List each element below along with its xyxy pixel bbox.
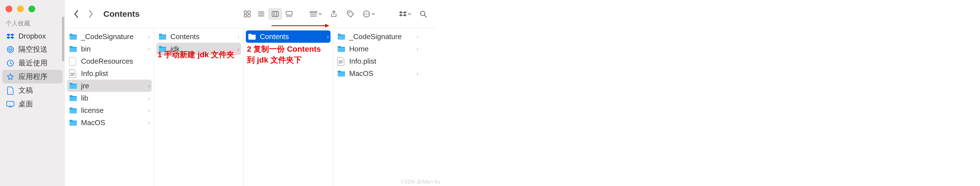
view-mode-group <box>240 8 296 20</box>
file-row[interactable]: jre› <box>67 79 152 92</box>
minimize-button[interactable] <box>17 6 24 12</box>
grid-icon <box>243 10 251 18</box>
chevron-right-icon: › <box>237 33 239 40</box>
gallery-view-button[interactable] <box>282 8 296 20</box>
file-name: license <box>81 106 148 115</box>
file-name: _CodeSignature <box>349 32 417 41</box>
annotation-arrow <box>272 22 333 30</box>
sidebar-item-doc[interactable]: 文稿 <box>2 84 62 97</box>
sidebar-scrollbar[interactable] <box>62 17 64 62</box>
column-2: Contents›2 复制一份 Contents 到 jdk 文件夹下 <box>243 28 333 186</box>
file-row[interactable]: Info.plist <box>65 67 154 79</box>
chevron-right-icon: › <box>148 33 150 40</box>
svg-rect-32 <box>70 73 75 73</box>
dropbox-toolbar-button[interactable] <box>397 8 414 20</box>
file-name: bin <box>81 45 148 53</box>
sidebar: 个人收藏 Dropbox隔空投送最近使用应用程序文稿桌面 <box>0 0 65 186</box>
svg-point-2 <box>10 49 11 50</box>
file-row[interactable]: license› <box>65 104 154 116</box>
svg-rect-21 <box>313 11 314 13</box>
tag-button[interactable] <box>344 8 358 20</box>
svg-point-25 <box>348 12 350 13</box>
sidebar-item-dropbox[interactable]: Dropbox <box>2 30 62 43</box>
svg-point-27 <box>364 13 365 14</box>
more-icon <box>363 10 371 18</box>
file-row[interactable]: Info.plist <box>333 55 422 67</box>
svg-rect-7 <box>248 11 250 13</box>
chevron-right-icon: › <box>417 70 418 77</box>
svg-point-28 <box>366 13 367 14</box>
column-1: Contents›jdk›1 手动新建 jdk 文件夹 <box>154 28 243 186</box>
folder-icon <box>248 32 256 41</box>
chevron-right-icon: › <box>417 33 418 40</box>
sidebar-item-app[interactable]: 应用程序 <box>2 70 62 84</box>
share-button[interactable] <box>327 8 341 20</box>
share-icon <box>330 10 338 18</box>
folder-icon <box>337 69 346 78</box>
file-row[interactable]: _CodeSignature› <box>333 30 422 43</box>
file-name: Contents <box>260 32 327 41</box>
file-row[interactable]: bin› <box>65 43 154 55</box>
more-button[interactable] <box>360 8 377 20</box>
sidebar-item-desktop[interactable]: 桌面 <box>2 97 62 111</box>
search-button[interactable] <box>416 8 430 20</box>
folder-icon <box>69 81 78 90</box>
file-name: MacOS <box>81 118 148 127</box>
sidebar-item-clock[interactable]: 最近使用 <box>2 56 62 70</box>
annotation-text: 1 手动新建 jdk 文件夹 <box>158 49 241 60</box>
forward-button[interactable] <box>85 8 97 20</box>
close-button[interactable] <box>6 6 12 12</box>
file-row[interactable]: MacOS› <box>65 116 154 129</box>
file-icon <box>69 57 78 66</box>
maximize-button[interactable] <box>29 6 35 12</box>
desktop-icon <box>6 100 14 108</box>
chevron-right-icon: › <box>327 33 329 40</box>
file-name: MacOS <box>349 69 417 78</box>
file-name: jre <box>81 81 148 90</box>
sidebar-item-label: 文稿 <box>18 86 33 95</box>
svg-rect-34 <box>70 75 74 76</box>
file-icon <box>337 57 346 66</box>
file-row[interactable]: CodeResources <box>65 55 154 67</box>
svg-rect-6 <box>244 11 247 13</box>
folder-icon <box>69 32 78 41</box>
chevron-down-icon <box>318 12 322 16</box>
folder-icon <box>69 45 78 53</box>
file-row[interactable]: Contents› <box>246 30 331 43</box>
chevron-down-icon <box>372 12 375 16</box>
chevron-left-icon <box>73 10 79 18</box>
main-area: Contents <box>65 0 436 186</box>
file-name: CodeResources <box>81 57 150 66</box>
app-icon <box>6 73 14 81</box>
file-name: Home <box>349 45 417 53</box>
sidebar-item-label: 应用程序 <box>18 72 48 81</box>
sidebar-item-label: Dropbox <box>18 32 46 40</box>
column-view-button[interactable] <box>268 8 282 20</box>
page-title: Contents <box>103 9 140 19</box>
airdrop-icon <box>6 45 14 54</box>
columns-icon <box>271 10 279 18</box>
svg-rect-8 <box>244 14 247 17</box>
list-icon <box>257 10 265 18</box>
file-name: _CodeSignature <box>81 32 148 41</box>
file-row[interactable]: Contents› <box>154 30 243 43</box>
list-view-button[interactable] <box>254 8 268 20</box>
file-row[interactable]: Home› <box>333 43 422 55</box>
sidebar-item-label: 桌面 <box>18 99 33 109</box>
dropbox-icon <box>6 32 14 40</box>
icon-view-button[interactable] <box>240 8 254 20</box>
file-row[interactable]: lib› <box>65 92 154 104</box>
gallery-icon <box>285 10 293 18</box>
svg-rect-4 <box>7 102 14 106</box>
back-button[interactable] <box>70 8 82 20</box>
svg-rect-16 <box>286 11 292 15</box>
dropbox-icon <box>399 11 407 17</box>
svg-point-18 <box>289 16 290 17</box>
file-row[interactable]: _CodeSignature› <box>65 30 154 43</box>
sidebar-item-airdrop[interactable]: 隔空投送 <box>2 43 62 56</box>
file-name: Info.plist <box>81 69 150 78</box>
group-by-button[interactable] <box>307 8 324 20</box>
file-row[interactable]: MacOS› <box>333 67 422 79</box>
annotation-text: 2 复制一份 Contents 到 jdk 文件夹下 <box>247 44 331 65</box>
sidebar-section-label: 个人收藏 <box>0 19 65 30</box>
